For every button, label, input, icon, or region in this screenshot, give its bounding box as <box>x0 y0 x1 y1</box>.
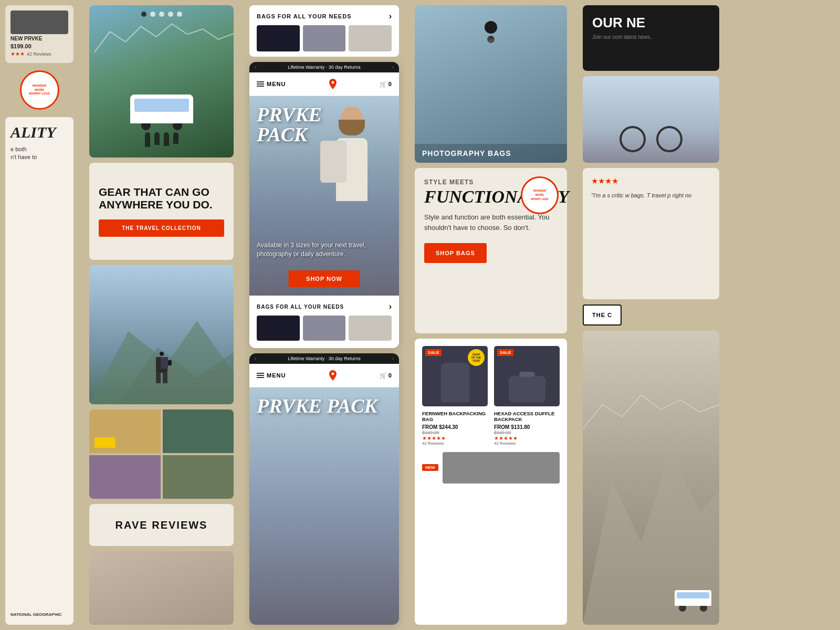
shop-now-button-1[interactable]: SHOP NOW <box>288 270 360 287</box>
menu-label-1[interactable]: MENU <box>267 81 286 87</box>
bags-arrow-bottom-1[interactable]: › <box>389 302 392 311</box>
column-1: NEW PRVKE $199.00 ★★★ 42 Reviews WANDERM… <box>0 0 79 630</box>
leg-left <box>156 373 161 383</box>
hexad-price: FROM $131.80 <box>494 424 560 430</box>
menu-label-2[interactable]: MENU <box>267 372 286 379</box>
photographer-image <box>89 265 234 404</box>
rave-reviews-section: RAVE REVIEWS <box>89 504 234 546</box>
column-5: OUR NE Join our com latest news, ★★★★ "I… <box>578 0 724 630</box>
phone-mockup-1: ‹ Lifetime Warranty · 30 day Returns › M… <box>249 62 399 348</box>
taxi <box>94 437 116 448</box>
hero-title-2: PRVKE PACK <box>257 396 377 416</box>
new-badge: NEW <box>422 464 438 471</box>
photography-bags-label: PHOTOGRAPHY BAGS <box>422 149 560 158</box>
product-reviews: 42 Reviews <box>27 51 51 57</box>
banner-text-2: Lifetime Warranty · 30 day Returns <box>288 356 361 361</box>
city-img-2 <box>163 410 234 453</box>
brand-badge: WANDERMOREWORRY LESS <box>20 70 59 110</box>
van-window <box>134 99 189 112</box>
hexad-reviews: 42 Reviews <box>494 441 560 446</box>
fernweh-price: FROM $244.30 <box>422 424 488 430</box>
bags-header-row: BAGS FOR ALL YOUR NEEDS › <box>257 12 392 21</box>
phone-navbar-1: MENU 🛒 0 <box>249 72 399 96</box>
bike-image <box>583 76 719 163</box>
tagline-block: ALITY e bothn't have to NATIONAL GEOGRAP… <box>5 117 74 625</box>
fernweh-stars: ★★★★★ <box>422 435 488 441</box>
phone-banner-1: ‹ Lifetime Warranty · 30 day Returns › <box>249 62 399 72</box>
shop-bags-button[interactable]: SHOP BAGS <box>424 243 487 263</box>
bag-silhouette-1 <box>440 363 469 402</box>
product-preview-card: NEW PRVKE $199.00 ★★★ 42 Reviews <box>5 5 74 63</box>
bags-arrow-top[interactable]: › <box>389 12 392 21</box>
hamburger-icon-2[interactable] <box>257 373 264 378</box>
style-badge-text: WANDERMOREWORRY LESS <box>531 189 548 201</box>
review-photo <box>89 551 234 625</box>
phone-hero-2: PRVKE PACK <box>249 387 399 625</box>
gear-of-year-badge: GEAROF THEYEAR <box>468 349 485 366</box>
travel-collection-button[interactable]: THE TRAVEL COLLECTION <box>99 219 224 237</box>
logo-pin-icon-2 <box>327 369 339 382</box>
bag-thumb-b2 <box>303 316 346 341</box>
product-price: $199.00 <box>10 43 68 49</box>
logo-pin-2[interactable] <box>326 368 340 383</box>
fernweh-img: SALE GEAROF THEYEAR <box>422 346 488 406</box>
fernweh-name: FERNWEH BACKPACKING BAG <box>422 411 488 423</box>
phone-navbar-2: MENU 🛒 0 <box>249 364 399 387</box>
logo-pin-icon-1 <box>327 78 339 90</box>
sale-badge-2: SALE <box>497 349 513 356</box>
photographer-head <box>485 21 497 34</box>
bags-label-bottom-1: BAGS FOR ALL YOUR NEEDS <box>257 304 344 310</box>
cart-label-2[interactable]: 🛒 0 <box>380 372 392 379</box>
bike-silhouette <box>620 126 682 152</box>
woman-hair <box>339 120 365 135</box>
review-photo-bg <box>89 551 234 625</box>
review-quote: "I'm a s critic w bags. T travel p right… <box>591 191 711 200</box>
city-img-4 <box>163 455 234 499</box>
mountain-sketch <box>94 21 234 52</box>
hamburger-line-1 <box>257 81 264 82</box>
city-img-1 <box>89 410 161 453</box>
hamburger-icon[interactable] <box>257 81 264 87</box>
banner-left-arrow: ‹ <box>255 65 256 70</box>
style-func-block: WANDERMOREWORRY LESS STYLE MEETS FUNCTIO… <box>415 168 567 333</box>
dot-4[interactable] <box>168 12 173 17</box>
rave-reviews-title: RAVE REVIEWS <box>116 519 208 531</box>
mountain-scene <box>583 331 719 625</box>
banner-text-1: Lifetime Warranty · 30 day Returns <box>288 65 361 70</box>
hamburger-line-2 <box>257 83 264 85</box>
hexad-stars: ★★★★★ <box>494 435 560 441</box>
new-product-row: NEW <box>422 452 560 484</box>
cart-label-1[interactable]: 🛒 0 <box>380 81 392 88</box>
menu-group[interactable]: MENU <box>257 81 286 87</box>
menu-group-2[interactable]: MENU <box>257 372 286 379</box>
product-name: NEW PRVKE <box>10 36 68 41</box>
van-scene <box>104 94 219 147</box>
the-c-button[interactable]: THE C <box>583 304 622 326</box>
dot-3[interactable] <box>159 12 164 17</box>
column-4: PHOTOGRAPHY BAGS WANDERMOREWORRY LESS ST… <box>410 0 572 630</box>
italic-title: ALITY <box>10 124 68 140</box>
brand-badge-container: WANDERMOREWORRY LESS <box>5 70 74 110</box>
tagline-body: e bothn't have to <box>10 145 68 162</box>
person-1 <box>145 132 150 147</box>
camera-lens <box>487 36 495 43</box>
mountain-van-wheels <box>675 606 711 612</box>
badge-text: WANDERMOREWORRY LESS <box>29 84 50 96</box>
leg-right <box>163 373 167 383</box>
dot-2[interactable] <box>150 12 155 17</box>
dot-1[interactable] <box>141 12 146 17</box>
bags-thumbnails-top <box>257 25 392 51</box>
bags-header-label: BAGS FOR ALL YOUR NEEDS <box>257 13 351 19</box>
photo-label-overlay: PHOTOGRAPHY BAGS <box>415 144 567 163</box>
dot-5[interactable] <box>177 12 182 17</box>
new-product-img <box>443 452 560 484</box>
logo-pin-1[interactable] <box>326 77 340 91</box>
product-hexad: SALE HEXAD ACCESS DUFFLE BACKPACK FROM $… <box>494 346 560 446</box>
photo-bags-image: PHOTOGRAPHY BAGS <box>415 5 567 163</box>
carousel-image <box>89 5 234 158</box>
bike-wheel-front <box>620 126 646 152</box>
column-3: BAGS FOR ALL YOUR NEEDS › ‹ Lifetime War… <box>244 0 404 630</box>
mountain-van-window <box>677 592 709 598</box>
city-collage <box>89 410 234 499</box>
hero-title-1: PRVKEPACK <box>257 104 322 144</box>
